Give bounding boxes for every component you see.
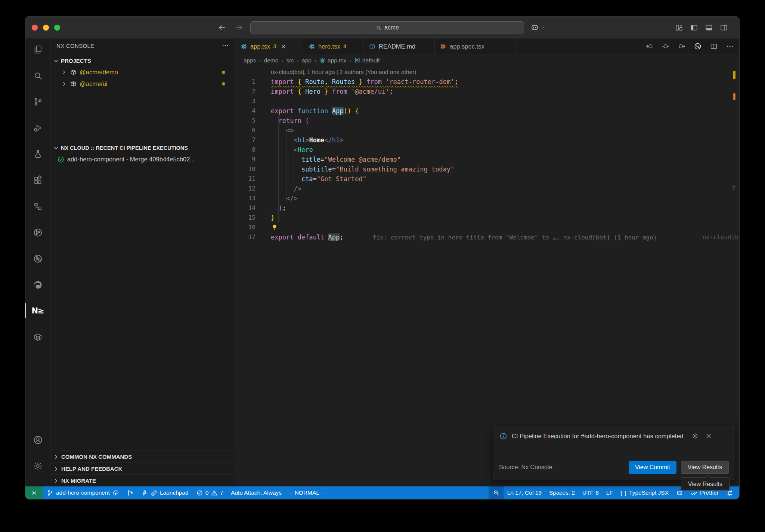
project-item-demo[interactable]: @acme/demo [50, 66, 235, 78]
code-line[interactable]: 5 return ( [235, 116, 739, 126]
explorer-icon [33, 44, 43, 55]
section-common-nx-commands[interactable]: COMMON NX COMMANDS [50, 451, 235, 463]
forward-icon[interactable] [235, 24, 243, 32]
cursor-position-status[interactable]: Ln 17, Col 19 [504, 486, 545, 499]
settings-button[interactable] [28, 456, 47, 476]
code-line[interactable]: 10 subtitle="Build something amazing tod… [235, 164, 739, 174]
run-icon[interactable] [694, 42, 702, 50]
accounts-button[interactable] [28, 430, 47, 449]
breadcrumb-item-symbol[interactable]: default [354, 57, 380, 64]
zoom-status[interactable] [489, 486, 504, 499]
tab-readme-md[interactable]: README.md [364, 38, 435, 54]
tab-app-tsx[interactable]: app.tsx 3 [235, 38, 303, 54]
split-editor-icon[interactable] [710, 42, 718, 50]
eol-status[interactable]: LF [603, 486, 617, 499]
code-area[interactable]: nx-cloud[bot], 1 hour ago | 2 authors (Y… [235, 66, 739, 486]
close-icon[interactable] [705, 432, 712, 440]
breadcrumb-item[interactable]: app [302, 57, 312, 64]
search-icon [33, 71, 43, 81]
remote-indicator[interactable] [25, 486, 43, 499]
view-commit-button[interactable]: View Commit [629, 461, 676, 474]
problems-status[interactable]: 0 7 [192, 486, 227, 499]
code-line[interactable]: 11 cta="Get Started" [235, 174, 739, 184]
code-line[interactable]: 6 <> [235, 126, 739, 135]
code-line[interactable]: 13 </> [235, 194, 739, 203]
more-actions-icon[interactable] [222, 42, 229, 49]
copilot-menu[interactable] [530, 23, 545, 32]
encoding-status[interactable]: UTF-8 [579, 486, 603, 499]
notification-settings-icon[interactable] [691, 432, 699, 440]
view-results-button[interactable]: View Results [681, 461, 729, 474]
zoom-out-icon [492, 489, 500, 497]
activity-source-control[interactable] [28, 92, 47, 111]
breadcrumb-item[interactable]: apps [244, 57, 256, 64]
section-help-feedback[interactable]: HELP AND FEEDBACK [50, 463, 235, 474]
activity-project-graph[interactable] [28, 197, 47, 216]
activity-search[interactable] [28, 66, 47, 85]
chevron-right-icon[interactable] [61, 81, 67, 87]
code-line[interactable]: 7 <h1>Home</h1> [235, 135, 739, 145]
close-icon[interactable] [280, 43, 287, 50]
minimize-window-button[interactable] [43, 25, 49, 31]
chevron-right-icon[interactable] [61, 69, 67, 75]
code-line[interactable]: 16 [235, 223, 739, 232]
nav-back-edit-icon[interactable] [645, 42, 654, 50]
code-line[interactable]: 14 ); [235, 203, 739, 213]
activity-bar: N≥ [25, 38, 50, 486]
code-line[interactable]: 9 title="Welcome @acme/demo" [235, 155, 739, 164]
status-bar: add-hero-component Launchpad 0 7 Auto At… [25, 486, 739, 499]
line-number: 14 [235, 203, 255, 213]
vim-mode-status[interactable]: -- NORMAL -- [285, 486, 328, 499]
git-graph-icon [127, 489, 134, 497]
launchpad-button[interactable]: Launchpad [137, 486, 192, 499]
activity-nx-console[interactable]: N≥ [28, 301, 47, 321]
customize-layout-icon[interactable] [675, 24, 683, 32]
git-graph-button[interactable] [123, 486, 137, 499]
close-window-button[interactable] [32, 25, 38, 31]
code-line[interactable]: 15} [235, 213, 739, 223]
activity-explorer[interactable] [28, 40, 47, 59]
clipped-blame-text: nx-cloud[b [703, 232, 738, 242]
auto-attach-status[interactable]: Auto Attach: Always [227, 486, 285, 499]
git-branch-status[interactable]: add-hero-component [43, 486, 123, 499]
nav-location-icon[interactable] [662, 42, 670, 50]
activity-testing[interactable] [28, 144, 47, 164]
indentation-status[interactable]: Spaces: 2 [545, 486, 579, 499]
project-item-ui[interactable]: @acme/ui [50, 78, 235, 90]
command-center-search[interactable]: acme [250, 21, 524, 34]
section-nx-migrate[interactable]: NX MIGRATE [50, 474, 235, 486]
tab-hero-tsx[interactable]: hero.tsx 4 [303, 38, 364, 54]
nav-forward-edit-icon[interactable] [678, 42, 686, 50]
breadcrumb-item[interactable]: src [286, 57, 294, 64]
more-actions-icon[interactable] [726, 42, 734, 50]
section-label: COMMON NX COMMANDS [61, 454, 132, 460]
projects-section-header[interactable]: PROJECTS [50, 55, 235, 66]
toggle-panel-icon[interactable] [705, 24, 713, 32]
info-icon [499, 432, 508, 440]
cloud-section-header[interactable]: NX CLOUD :: RECENT CI PIPELINE EXECUTION… [50, 142, 235, 154]
code-line[interactable]: 3 [235, 96, 739, 106]
code-line[interactable]: 4export function App() { [235, 106, 739, 116]
breadcrumb-item[interactable]: demo [264, 57, 279, 64]
pipeline-item[interactable]: add-hero-component - Merge 409b44e5cb02.… [50, 154, 235, 165]
activity-gitlens-inspect[interactable] [28, 249, 47, 268]
activity-extensions[interactable] [28, 170, 47, 190]
toggle-sidebar-icon[interactable] [690, 24, 698, 32]
code-line[interactable]: 8 <Hero [235, 145, 739, 155]
lightbulb-icon[interactable] [271, 224, 278, 231]
code-line[interactable]: 17export default App;fix: correct typo i… [235, 232, 739, 242]
breadcrumb-item-file[interactable]: app.tsx [319, 57, 346, 64]
toggle-secondary-sidebar-icon[interactable] [720, 24, 728, 32]
language-status[interactable]: { } TypeScript JSX [617, 486, 672, 499]
code-line[interactable]: 1import { Route, Routes } from 'react-ro… [235, 77, 739, 87]
tab-app-spec-tsx[interactable]: app.spec.tsx [435, 38, 516, 54]
activity-run-debug[interactable] [28, 118, 47, 137]
activity-containers[interactable] [28, 327, 47, 347]
line-number: 10 [235, 164, 255, 174]
code-line[interactable]: 12 /> [235, 184, 739, 194]
code-line[interactable]: 2import { Hero } from '@acme/ui'; [235, 87, 739, 96]
back-icon[interactable] [218, 24, 226, 32]
activity-edge-tools[interactable] [28, 275, 47, 294]
maximize-window-button[interactable] [54, 25, 60, 31]
activity-gitlens[interactable] [28, 223, 47, 242]
